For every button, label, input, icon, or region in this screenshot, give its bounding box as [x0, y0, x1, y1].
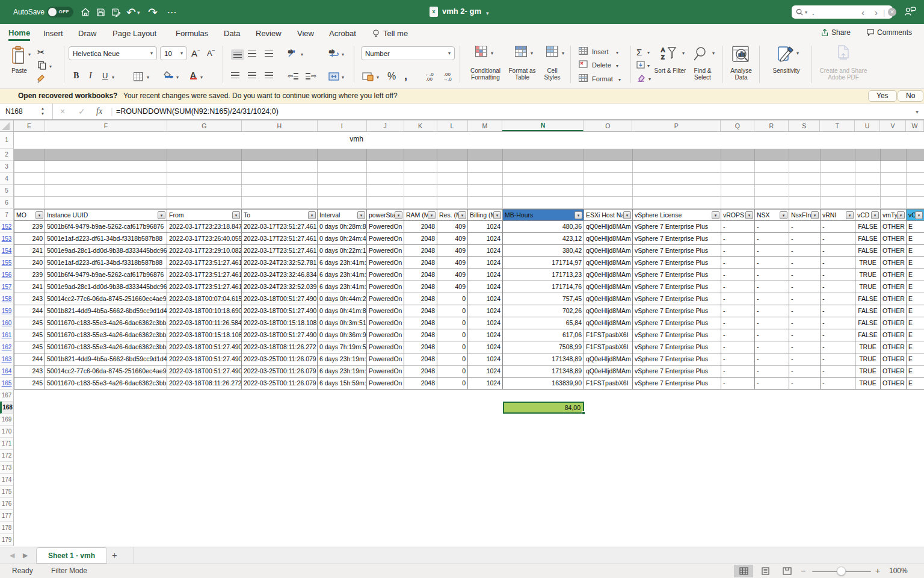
cell-M155[interactable]: 1024	[468, 257, 503, 269]
document-title[interactable]: vmh 2- gm	[442, 7, 481, 16]
cell-K159[interactable]: 2048	[404, 305, 437, 317]
cell-O2[interactable]	[584, 149, 633, 161]
font-color-button[interactable]: A	[190, 70, 196, 80]
cell-T153[interactable]: -	[821, 233, 855, 245]
cell-K153[interactable]: 2048	[404, 233, 437, 245]
clear-chevron-icon[interactable]: ▾	[648, 76, 651, 82]
cell-K156[interactable]: 2048	[404, 269, 437, 281]
cell-I159[interactable]: 0 days 0h:41m:8s	[318, 305, 367, 317]
cell-Q165[interactable]: -	[721, 378, 755, 390]
row-header-6[interactable]: 6	[0, 197, 14, 209]
cell-U165[interactable]: TRUE	[855, 378, 881, 390]
row-header-162[interactable]: 162	[0, 341, 14, 353]
cell-P154[interactable]: vSphere 7 Enterprise Plus	[633, 245, 721, 257]
blank-row-175[interactable]	[14, 486, 924, 498]
cell-W162[interactable]: E	[907, 341, 924, 353]
filter-header-T[interactable]: vRNI▾	[821, 209, 855, 221]
percent-button[interactable]: %	[387, 71, 396, 82]
cell-W152[interactable]: E	[907, 221, 924, 233]
cell-K163[interactable]: 2048	[404, 353, 437, 365]
align-left-button[interactable]	[231, 72, 239, 79]
cell-K154[interactable]: 2048	[404, 245, 437, 257]
filter-button-Q[interactable]: ▾	[745, 211, 753, 219]
row-header-179[interactable]: 179	[0, 534, 14, 546]
cell-K2[interactable]	[404, 149, 437, 161]
filter-header-V[interactable]: vmTy▾	[881, 209, 907, 221]
cell-V154[interactable]: OTHER	[881, 245, 907, 257]
filter-button-W[interactable]: ▾	[915, 211, 923, 219]
name-box[interactable]: N168	[0, 104, 53, 119]
cell-S154[interactable]: -	[789, 245, 821, 257]
cell-O3[interactable]	[584, 161, 633, 173]
cell-P165[interactable]: vSphere 7 Enterprise Plus	[633, 378, 721, 390]
insert-function-icon[interactable]: fx	[96, 104, 102, 119]
cell-W154[interactable]: E	[907, 245, 924, 257]
cell-T152[interactable]: -	[821, 221, 855, 233]
cell-H3[interactable]	[242, 161, 318, 173]
col-header-M[interactable]: M	[468, 120, 503, 131]
filter-header-U[interactable]: vCD▾	[855, 209, 881, 221]
cell-T4[interactable]	[821, 173, 855, 185]
autosum-chevron-icon[interactable]: ▾	[647, 50, 650, 55]
cell-K162[interactable]: 2048	[404, 341, 437, 353]
cell-R160[interactable]: -	[755, 317, 789, 329]
sort-filter-label[interactable]: Sort & Filter	[653, 67, 687, 74]
cell-N3[interactable]	[503, 161, 584, 173]
cell-P5[interactable]	[633, 185, 721, 197]
row-header-176[interactable]: 176	[0, 498, 14, 510]
row-header-154[interactable]: 154	[0, 245, 14, 257]
cell-G160[interactable]: 2022-03-18T00:11:26.584	[167, 317, 242, 329]
cell-J160[interactable]: PoweredOn	[367, 317, 404, 329]
col-header-S[interactable]: S	[789, 120, 820, 131]
cell-H164[interactable]: 2022-03-25T00:11:26.079	[242, 365, 318, 378]
cell-M160[interactable]: 1024	[468, 317, 503, 329]
filter-header-G[interactable]: From▾	[167, 209, 242, 221]
row-header-3[interactable]: 3	[0, 161, 14, 173]
cell-T154[interactable]: -	[821, 245, 855, 257]
cell-L4[interactable]	[437, 173, 468, 185]
cell-O157[interactable]: qQ0eHIjd8MAm	[584, 281, 633, 293]
cell-U152[interactable]: FALSE	[855, 221, 881, 233]
cell-P6[interactable]	[633, 197, 721, 209]
cell-P163[interactable]: vSphere 7 Enterprise Plus	[633, 353, 721, 365]
cell-Q162[interactable]: -	[721, 341, 755, 353]
cell-F165[interactable]: 50011670-c183-55e3-4a26-6dac6362c3bb	[45, 378, 167, 390]
conditional-formatting-label[interactable]: Conditional Formatting	[462, 67, 509, 81]
cell-M164[interactable]: 1024	[468, 365, 503, 378]
filter-button-L[interactable]: ▾	[458, 211, 466, 219]
cell-J156[interactable]: PoweredOn	[367, 269, 404, 281]
cell-K6[interactable]	[404, 197, 437, 209]
cell-F4[interactable]	[45, 173, 167, 185]
cell-T162[interactable]: -	[821, 341, 855, 353]
cell-V158[interactable]: OTHER	[881, 293, 907, 305]
cell-P156[interactable]: vSphere 7 Enterprise Plus	[633, 269, 721, 281]
cell-E156[interactable]: 239	[14, 269, 45, 281]
filter-header-K[interactable]: RAM (M▾	[404, 209, 437, 221]
filter-button-M[interactable]: ▾	[493, 211, 501, 219]
row-header-164[interactable]: 164	[0, 365, 14, 378]
cell-H158[interactable]: 2022-03-18T00:51:27.490	[242, 293, 318, 305]
row-header-152[interactable]: 152	[0, 221, 14, 233]
cell-F6[interactable]	[45, 197, 167, 209]
cell-F161[interactable]: 50011670-c183-55e3-4a26-6dac6362c3bb	[45, 329, 167, 341]
cell-E152[interactable]: 239	[14, 221, 45, 233]
tab-view[interactable]: View	[297, 26, 314, 41]
cell-M5[interactable]	[468, 185, 503, 197]
cell-I153[interactable]: 0 days 0h:24m:47s	[318, 233, 367, 245]
format-painter-icon[interactable]	[36, 73, 47, 84]
row-header-158[interactable]: 158	[0, 293, 14, 305]
cell-H4[interactable]	[242, 173, 318, 185]
cell-S5[interactable]	[789, 185, 821, 197]
fill-color-button[interactable]	[164, 71, 173, 78]
paste-button[interactable]	[11, 46, 26, 65]
cell-G3[interactable]	[167, 161, 242, 173]
cell-M4[interactable]	[468, 173, 503, 185]
row-header-7[interactable]: 7	[0, 209, 14, 221]
name-box-stepper[interactable]: ▲▼	[41, 106, 45, 117]
cell-N160[interactable]: 65,84	[503, 317, 584, 329]
zoom-out-icon[interactable]: −	[801, 566, 805, 576]
cell-N161[interactable]: 617,06	[503, 329, 584, 341]
cell-T6[interactable]	[821, 197, 855, 209]
find-select-chevron-icon[interactable]: ▾	[712, 51, 715, 56]
cell-R4[interactable]	[755, 173, 789, 185]
